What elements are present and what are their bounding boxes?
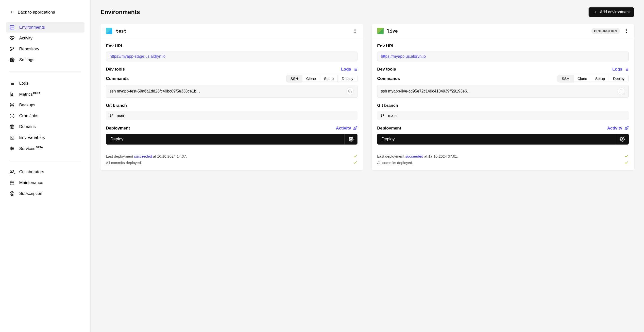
logs-link[interactable]: Logs bbox=[341, 67, 358, 72]
commands-label: Commands bbox=[377, 76, 400, 81]
deployment-label: Deployment bbox=[106, 126, 130, 131]
main-content: Environments Add environment test bbox=[91, 0, 644, 332]
svg-point-4 bbox=[10, 47, 11, 48]
svg-point-51 bbox=[350, 139, 352, 140]
sidebar-item-logs[interactable]: Logs bbox=[6, 78, 84, 89]
env-menu-button[interactable] bbox=[624, 28, 629, 33]
sidebar-item-label: Logs bbox=[19, 81, 28, 86]
svg-rect-15 bbox=[12, 93, 13, 95]
activity-link[interactable]: Activity bbox=[336, 126, 358, 131]
sidebar-item-label: Metrics bbox=[19, 92, 33, 97]
cmd-tab-setup[interactable]: Setup bbox=[320, 75, 338, 82]
deploy-settings-button[interactable] bbox=[344, 134, 358, 144]
env-card-header: live PRODUCTION bbox=[372, 24, 634, 38]
deploy-button[interactable]: Deploy bbox=[106, 134, 344, 144]
plus-icon bbox=[593, 10, 598, 14]
deploy-timestamp: 17.10.2024 07:01. bbox=[428, 154, 458, 158]
svg-point-54 bbox=[626, 32, 627, 33]
sidebar-item-label: Environments bbox=[19, 25, 45, 30]
svg-point-7 bbox=[12, 59, 13, 61]
cmd-tab-ssh[interactable]: SSH bbox=[558, 75, 574, 82]
env-url-link[interactable]: https://myapp.us.aldryn.io bbox=[381, 54, 426, 58]
svg-point-26 bbox=[12, 148, 13, 149]
sidebar-item-subscription[interactable]: Subscription bbox=[6, 189, 84, 199]
deploy-button[interactable]: Deploy bbox=[377, 134, 616, 144]
env-color-swatch bbox=[106, 28, 112, 34]
env-url-link[interactable]: https://myapp-stage.us.aldryn.io bbox=[110, 54, 166, 58]
sidebar-item-collaborators[interactable]: Collaborators bbox=[6, 167, 84, 177]
sidebar-item-backups[interactable]: Backups bbox=[6, 100, 84, 110]
env-url-label: Env URL bbox=[106, 44, 358, 49]
back-link-label: Back to applications bbox=[18, 10, 55, 15]
copy-ssh-button[interactable] bbox=[618, 88, 625, 95]
sidebar-item-label: Cron Jobs bbox=[19, 113, 38, 118]
back-to-applications[interactable]: Back to applications bbox=[6, 8, 84, 17]
sidebar-item-label: Collaborators bbox=[19, 170, 44, 174]
database-icon bbox=[9, 102, 15, 108]
sidebar-item-environments[interactable]: Environments bbox=[6, 22, 84, 33]
deployment-label: Deployment bbox=[377, 126, 401, 131]
cmd-tab-deploy[interactable]: Deploy bbox=[338, 75, 357, 82]
beta-badge: BETA bbox=[33, 91, 40, 94]
sidebar-item-metrics[interactable]: MetricsBETA bbox=[6, 89, 84, 99]
env-footer: Last deployment succeeded at 16.10.2024 … bbox=[100, 150, 363, 170]
svg-point-65 bbox=[622, 139, 623, 140]
deploy-status-link[interactable]: succeeded bbox=[134, 154, 152, 158]
logs-link[interactable]: Logs bbox=[612, 67, 629, 72]
cmd-tab-setup[interactable]: Setup bbox=[591, 75, 609, 82]
sidebar-item-maintenance[interactable]: Maintenance bbox=[6, 178, 84, 188]
nav-group-ops: Logs MetricsBETA Backups Cron Jobs bbox=[6, 78, 84, 154]
sidebar-item-envvars[interactable]: Env Variables bbox=[6, 132, 84, 143]
env-url-box: https://myapp.us.aldryn.io bbox=[377, 52, 629, 61]
git-branch-icon bbox=[110, 114, 113, 118]
check-icon bbox=[624, 160, 629, 165]
environment-card-live: live PRODUCTION Env URL https://myapp.us… bbox=[372, 24, 634, 170]
sidebar-item-cronjobs[interactable]: Cron Jobs bbox=[6, 111, 84, 121]
sliders-icon bbox=[9, 146, 15, 151]
add-environment-button[interactable]: Add environment bbox=[588, 8, 634, 17]
env-card-header: test bbox=[100, 24, 363, 38]
commits-status-row: All commits deployed. bbox=[377, 160, 629, 165]
cmd-tab-clone[interactable]: Clone bbox=[574, 75, 591, 82]
deploy-settings-button[interactable] bbox=[616, 134, 629, 144]
commits-status-text: All commits deployed. bbox=[106, 160, 142, 165]
divider bbox=[9, 72, 81, 72]
sidebar-item-label: Domains bbox=[19, 124, 36, 129]
beta-badge: BETA bbox=[36, 146, 43, 149]
nav-group-account: Collaborators Maintenance Subscription bbox=[6, 167, 84, 199]
sidebar-item-services[interactable]: ServicesBETA bbox=[6, 143, 84, 154]
env-menu-button[interactable] bbox=[352, 28, 358, 33]
sidebar-item-domains[interactable]: Domains bbox=[6, 122, 84, 132]
svg-point-52 bbox=[626, 29, 627, 30]
svg-point-62 bbox=[381, 114, 382, 115]
env-name: test bbox=[116, 28, 126, 34]
divider bbox=[9, 160, 81, 160]
sidebar-item-settings[interactable]: Settings bbox=[6, 55, 84, 65]
environment-card-test: test Env URL https://myapp-stage.us.aldr… bbox=[100, 24, 363, 170]
cmd-tab-deploy[interactable]: Deploy bbox=[609, 75, 628, 82]
dollar-icon bbox=[9, 191, 15, 196]
ssh-command-text: ssh myapp-test-59a6a1dd28fc40bc89f5e338c… bbox=[110, 89, 344, 93]
branch-name: main bbox=[388, 113, 397, 118]
cmd-tab-ssh[interactable]: SSH bbox=[286, 75, 302, 82]
svg-rect-14 bbox=[11, 94, 12, 95]
svg-point-2 bbox=[11, 26, 11, 26]
svg-point-27 bbox=[11, 149, 12, 150]
activity-link[interactable]: Activity bbox=[607, 126, 629, 131]
chevron-left-icon bbox=[9, 10, 14, 15]
sidebar-item-label: Activity bbox=[19, 36, 32, 41]
svg-rect-29 bbox=[10, 181, 14, 185]
devtools-label: Dev tools bbox=[106, 67, 125, 72]
copy-ssh-button[interactable] bbox=[346, 88, 354, 95]
svg-point-6 bbox=[13, 48, 14, 48]
bar-chart-icon bbox=[9, 91, 15, 97]
cmd-tabs: SSHCloneSetupDeploy bbox=[286, 75, 358, 82]
svg-point-25 bbox=[11, 147, 12, 147]
cmd-tab-clone[interactable]: Clone bbox=[302, 75, 320, 82]
branch-name: main bbox=[117, 113, 126, 118]
sidebar-item-repository[interactable]: Repository bbox=[6, 44, 84, 54]
env-footer: Last deployment succeeded at 17.10.2024 … bbox=[372, 150, 634, 170]
svg-rect-47 bbox=[350, 91, 352, 93]
deploy-status-link[interactable]: succeeded bbox=[405, 154, 423, 158]
sidebar-item-activity[interactable]: Activity bbox=[6, 33, 84, 43]
